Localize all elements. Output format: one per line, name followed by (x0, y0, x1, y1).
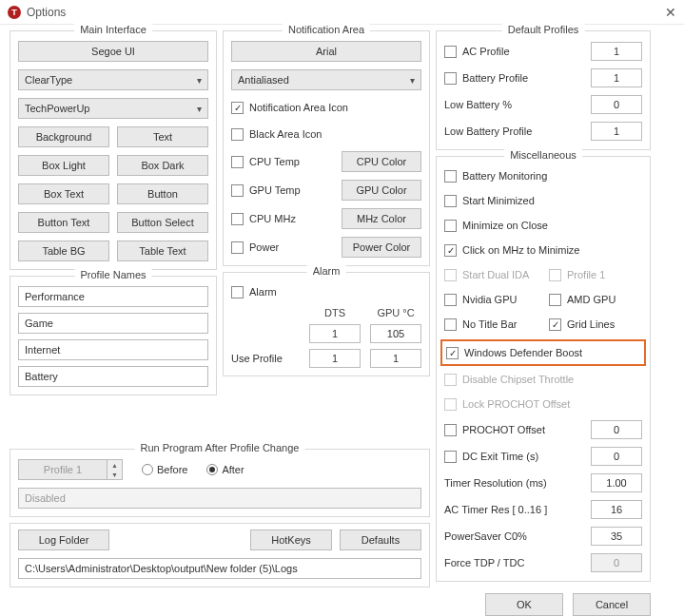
checkbox-icon (444, 294, 457, 306)
close-icon[interactable]: ✕ (665, 5, 676, 20)
log-folder-button[interactable]: Log Folder (18, 529, 109, 550)
button-select-button[interactable]: Button Select (117, 212, 208, 233)
battery-monitoring-check[interactable]: Battery Monitoring (444, 166, 642, 185)
nvidia-gpu-check[interactable]: Nvidia GPU (444, 290, 537, 309)
ok-button[interactable]: OK (485, 593, 563, 616)
cpu-temp-check[interactable]: CPU Temp (231, 152, 300, 171)
profile-name-1[interactable]: Game (18, 313, 208, 334)
table-bg-button[interactable]: Table BG (18, 241, 109, 261)
black-area-icon-check[interactable]: Black Area Icon (231, 125, 421, 144)
force-tdp-value: 0 (591, 553, 642, 572)
checkbox-icon (231, 184, 244, 197)
text-button[interactable]: Text (117, 126, 208, 147)
minimize-on-close-check[interactable]: Minimize on Close (444, 216, 642, 235)
before-radio[interactable]: Before (142, 464, 187, 475)
start-dual-ida-check: Start Dual IDA (444, 265, 537, 284)
run-after-group: Run Program After Profile Change Profile… (10, 449, 430, 517)
notification-area-group: Notification Area Arial Antialiased▾ Not… (223, 30, 430, 266)
cpu-mhz-check[interactable]: CPU MHz (231, 209, 296, 228)
chevron-down-icon: ▾ (197, 75, 202, 86)
use-profile-gpu[interactable]: 1 (370, 349, 421, 368)
battery-profile-value[interactable]: 1 (591, 68, 642, 87)
table-text-button[interactable]: Table Text (117, 241, 208, 261)
timer-resolution-value[interactable]: 1.00 (591, 473, 642, 492)
windows-defender-boost-check[interactable]: Windows Defender Boost (446, 343, 640, 362)
prochot-offset-check[interactable]: PROCHOT Offset (444, 420, 545, 439)
radio-icon (206, 464, 218, 475)
gpu-temp-check[interactable]: GPU Temp (231, 181, 301, 200)
group-title: Profile Names (74, 269, 151, 280)
spinner-arrows[interactable]: ▲▼ (107, 459, 123, 480)
after-radio[interactable]: After (206, 464, 244, 475)
run-after-profile-select[interactable]: Profile 1 (18, 459, 107, 480)
notif-area-icon-check[interactable]: Notification Area Icon (231, 98, 421, 117)
low-battery-pct-value[interactable]: 0 (591, 95, 642, 114)
alarm-group: Alarm Alarm DTSGPU °C 1105 Use Profile11 (223, 272, 430, 376)
notif-font-button[interactable]: Arial (231, 41, 421, 62)
amd-gpu-check[interactable]: AMD GPU (549, 290, 642, 309)
click-mhz-minimize-check[interactable]: Click on MHz to Minimize (444, 241, 642, 260)
power-color-button[interactable]: Power Color (342, 237, 421, 258)
theme-select[interactable]: TechPowerUp▾ (18, 98, 208, 119)
low-battery-profile-label: Low Battery Profile (444, 125, 532, 137)
profile-name-3[interactable]: Battery (18, 366, 208, 387)
powersaver-c0-label: PowerSaver C0% (444, 530, 527, 542)
main-interface-group: Main Interface Segoe UI ClearType▾ TechP… (10, 30, 217, 270)
checkbox-icon (549, 294, 561, 306)
low-battery-profile-value[interactable]: 1 (591, 122, 642, 141)
checkbox-icon (446, 347, 459, 359)
theme-value: TechPowerUp (25, 103, 89, 114)
profile-name-2[interactable]: Internet (18, 339, 208, 360)
ac-timer-res-value[interactable]: 16 (591, 500, 642, 519)
app-icon: T (8, 6, 21, 19)
rendering-value: ClearType (25, 74, 72, 86)
log-path[interactable]: C:\Users\Administrator\Desktop\output\Ne… (18, 558, 421, 579)
group-title: Notification Area (283, 24, 370, 35)
box-text-button[interactable]: Box Text (18, 183, 109, 204)
mhz-color-button[interactable]: MHz Color (342, 208, 421, 229)
no-title-bar-check[interactable]: No Title Bar (444, 315, 537, 334)
dc-exit-time-value[interactable]: 0 (591, 447, 642, 466)
grid-lines-check[interactable]: Grid Lines (549, 315, 642, 334)
chevron-down-icon: ▾ (410, 75, 415, 86)
dts-value[interactable]: 1 (309, 324, 361, 343)
dc-exit-time-check[interactable]: DC Exit Time (s) (444, 447, 538, 466)
log-group: Log Folder HotKeys Defaults C:\Users\Adm… (10, 523, 430, 587)
cpu-color-button[interactable]: CPU Color (342, 151, 421, 172)
ac-profile-value[interactable]: 1 (591, 42, 642, 61)
notif-rendering-select[interactable]: Antialiased▾ (231, 69, 421, 90)
chevron-down-icon: ▾ (197, 104, 202, 114)
font-button[interactable]: Segoe UI (18, 41, 208, 62)
checkbox-icon (444, 269, 457, 281)
gpu-color-button[interactable]: GPU Color (342, 180, 421, 201)
group-title: Alarm (307, 265, 346, 277)
gpu-value[interactable]: 105 (370, 324, 421, 343)
profile1-check: Profile 1 (549, 265, 642, 284)
group-title: Main Interface (74, 24, 152, 35)
defaults-button[interactable]: Defaults (340, 529, 421, 550)
profile-name-0[interactable]: Performance (18, 286, 208, 307)
powersaver-c0-value[interactable]: 35 (591, 527, 642, 546)
alarm-check[interactable]: Alarm (231, 282, 421, 301)
power-check[interactable]: Power (231, 238, 279, 257)
prochot-offset-value[interactable]: 0 (591, 420, 642, 439)
notif-rendering-value: Antialiased (238, 74, 289, 86)
background-button[interactable]: Background (18, 126, 109, 147)
button-text-button[interactable]: Button Text (18, 212, 109, 233)
checkbox-icon (231, 156, 244, 168)
ac-timer-res-label: AC Timer Res [ 0..16 ] (444, 504, 547, 515)
ac-profile-check[interactable]: AC Profile (444, 42, 510, 61)
rendering-select[interactable]: ClearType▾ (18, 69, 208, 90)
group-title: Default Profiles (502, 24, 585, 35)
gpu-header: GPU °C (370, 307, 421, 318)
start-minimized-check[interactable]: Start Minimized (444, 191, 642, 210)
cancel-button[interactable]: Cancel (573, 593, 651, 616)
default-profiles-group: Default Profiles AC Profile1 Battery Pro… (436, 30, 651, 150)
box-light-button[interactable]: Box Light (18, 155, 109, 176)
use-profile-dts[interactable]: 1 (309, 349, 361, 368)
box-dark-button[interactable]: Box Dark (117, 155, 208, 176)
battery-profile-check[interactable]: Battery Profile (444, 68, 528, 87)
button-button[interactable]: Button (117, 183, 208, 204)
checkbox-icon (231, 241, 244, 254)
hotkeys-button[interactable]: HotKeys (250, 529, 332, 550)
